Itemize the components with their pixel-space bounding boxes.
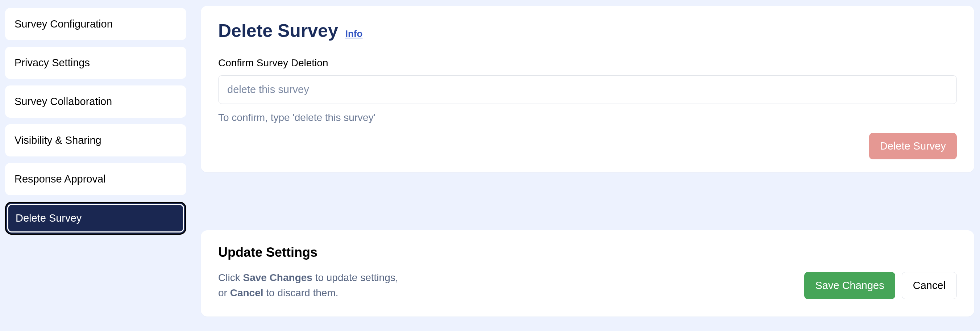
sidebar-item-delete-survey[interactable]: Delete Survey [5, 202, 186, 235]
panel-title: Delete Survey [218, 20, 338, 41]
delete-survey-panel: Delete Survey Info Confirm Survey Deleti… [201, 6, 974, 173]
update-settings-panel: Update Settings Click Save Changes to up… [201, 230, 974, 317]
sidebar-item-privacy-settings[interactable]: Privacy Settings [5, 47, 186, 79]
confirm-deletion-input[interactable] [218, 75, 957, 104]
main-content: Delete Survey Info Confirm Survey Deleti… [201, 0, 974, 317]
field-label: Confirm Survey Deletion [218, 57, 957, 69]
sidebar-item-response-approval[interactable]: Response Approval [5, 163, 186, 195]
delete-survey-button[interactable]: Delete Survey [869, 133, 957, 159]
sidebar-item-survey-collaboration[interactable]: Survey Collaboration [5, 86, 186, 118]
help-text: To confirm, type 'delete this survey' [218, 112, 957, 124]
cancel-button[interactable]: Cancel [902, 272, 957, 299]
sidebar-item-visibility-sharing[interactable]: Visibility & Sharing [5, 124, 186, 157]
save-changes-button[interactable]: Save Changes [804, 272, 895, 299]
sidebar-item-survey-configuration[interactable]: Survey Configuration [5, 8, 186, 40]
update-description: Click Save Changes to update settings, o… [218, 270, 398, 301]
info-link[interactable]: Info [345, 28, 363, 40]
sidebar: Survey Configuration Privacy Settings Su… [5, 0, 186, 241]
update-panel-title: Update Settings [218, 245, 957, 260]
